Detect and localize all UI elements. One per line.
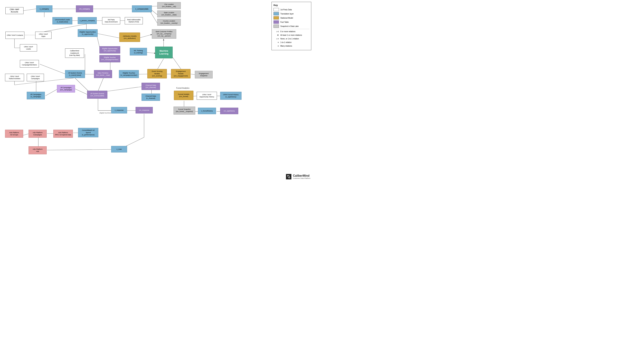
svg-line-34 [172, 56, 181, 70]
key-title: Key [274, 4, 309, 6]
key-swatch-purple [274, 20, 279, 24]
channel-data-v-node: Channel Data(v_channel) [142, 94, 160, 101]
eligible-opps-v-node: Eligible Opportunities(v_opportunity) [78, 29, 98, 37]
v-person-company-node: v_person_company [78, 17, 97, 24]
unconverted-leads-node: Unconverted Leads(v_lead) [view] [52, 17, 72, 24]
crm-map-campaigns-node: CRM / MAPCampaigns [27, 74, 44, 81]
key-label-1st-party: 1st Party Data [280, 9, 292, 11]
key-row-many: < Many relations [274, 45, 309, 47]
v-companystats-node: v_companystats [132, 5, 152, 12]
svg-line-23 [40, 64, 66, 74]
key-label-zero-more: 0 or more relations [280, 31, 295, 33]
key-swatch-gray [274, 25, 279, 28]
logo-name: CaliberMind [293, 174, 310, 177]
channel-data-cm-node: Channel Data(cm_channel) [142, 83, 160, 90]
key-label-translation: Translation layer [280, 13, 294, 15]
third-party-enrichment-node: 3rd PartyData Enrichment [102, 17, 120, 24]
key-swatch-white [274, 8, 279, 11]
zero-more-icon: ○< [274, 30, 279, 33]
eligible-touches-v-node: Eligible Touches(v_campaignmember) [119, 70, 139, 78]
mqa-timeline-node: MQA Timeline(cm_event__mqa) [94, 70, 112, 78]
event-scoring-models-node: Event ScoringModels(cm_scoring) [147, 69, 167, 78]
key-swatch-blue [274, 12, 279, 15]
attribution-models-node: Attribution Models(cm_attribution) [119, 33, 140, 42]
v-company-node: v_company [36, 5, 52, 12]
key-row-snapshot: Snapshot in Data Lake [274, 25, 309, 28]
engagement-models-node: EngagementModels(cm_engagement) [171, 69, 191, 78]
ads-platform-ads-node: Ads PlatformAds [29, 146, 47, 154]
all-campaigns-v-node: All Campaigns(v_campaign) [27, 92, 45, 99]
eligible-opps-cm-node: Eligible Opportunities(cm_opportunity) [99, 46, 120, 53]
ideal-customer-profiles-node: Ideal Customer Profiles(cm_icp__company)… [152, 29, 176, 39]
crm-map-contacts-node: CRM / MAP Contacts [5, 32, 24, 39]
funnel-analytics-label: Funnel Analytics [176, 87, 190, 89]
ads-platform-ppc-node: Ads PlatformPPC/ Ad Spend Data [53, 130, 73, 138]
diagram-canvas: (digital touches) CRM / MAP Accounts v_c… [0, 0, 313, 182]
v-funnelhistory-node: v_funnelhistory [198, 108, 216, 114]
svg-line-22 [146, 52, 156, 53]
svg-line-29 [75, 78, 89, 91]
ads-platform-campaigns-node: Ads PlatformCampaigns [29, 130, 47, 138]
key-legend: Key 1st Party Data Translation layer Sta… [272, 2, 311, 50]
crm-map-tasks-node: CRM / MAPTasks/Activities [5, 74, 24, 81]
all-campaigns-cm-node: All Campaigns(cm_campaign) [57, 85, 75, 93]
svg-line-35 [45, 89, 58, 96]
svg-line-30 [138, 74, 148, 74]
key-row-1st-party: 1st Party Data [274, 8, 309, 11]
svg-line-5 [150, 11, 157, 23]
key-row-fact-table: Fact Table [274, 20, 309, 24]
v-response-node: v_response [111, 107, 127, 113]
funnel-snapshot-node: Funnel Snapshot(dm_funnel__snapshot) [174, 107, 195, 114]
logo-area: CaliberMind Customer Data Platform [286, 174, 310, 179]
cm-company-node: cm_company [76, 5, 93, 12]
svg-line-14 [139, 35, 152, 38]
at-least-one-icon: ✕ [274, 34, 279, 36]
logo-icon [286, 174, 291, 179]
city-location-node: City Location(cm_location__city) [157, 2, 181, 9]
crm-map-opps-node: CRM / MAPOpps [35, 32, 51, 39]
svg-line-28 [98, 78, 103, 91]
key-label-fact-table: Fact Table [280, 21, 289, 23]
key-row-none-or-one: ○+ None, or 1-to-1 relation [274, 37, 309, 40]
logo-subtitle: Customer Data Platform [293, 177, 310, 179]
cm-response-node: cm_response [136, 107, 153, 113]
svg-line-36 [75, 89, 89, 95]
many-relations-icon: < [274, 45, 279, 47]
key-divider [274, 29, 309, 29]
all-system-events-view-node: All System Events(v_event) [view] [65, 70, 85, 78]
key-row-translation: Translation layer [274, 12, 309, 15]
crm-map-campaign-members-node: CRM / MAPCampaignMembers [20, 60, 39, 68]
key-label-none-or-one: None, or 1-to-1 relation [280, 38, 299, 40]
machine-learning-node: MachineLearning [155, 47, 173, 58]
logo-text: CaliberMind Customer Data Platform [293, 174, 310, 179]
crm-map-leads-node: CRM / MAPLeads [20, 44, 37, 51]
key-label-many: Many relations [280, 45, 292, 47]
eligible-touches-cm-node: Eligible Touches(cm_campaignmember) [99, 55, 120, 62]
key-row-one-to-one: + 1-to-1 relation [274, 41, 309, 44]
ml-training-node: ML Training(v_training) [130, 48, 147, 55]
svg-line-33 [157, 59, 164, 70]
svg-line-37 [108, 86, 143, 91]
svg-line-13 [97, 34, 119, 38]
key-label-one-to-one: 1-to-1 relation [280, 41, 292, 43]
key-label-snapshot: Snapshot in Data Lake [280, 25, 299, 27]
funnel-models-node: Funnel Models(cm_funnel) [174, 91, 194, 100]
key-row-zero-more: ○< 0 or more relations [274, 30, 309, 33]
country-location-node: Country Location(cm_location__country) [157, 19, 181, 26]
ads-platform-ad-groups-node: Ads PlatformAd Groups [5, 130, 23, 138]
crm-funnel-history-node: CRM Funnel History(v_opphistory) [220, 92, 241, 100]
svg-line-52 [47, 149, 112, 150]
svg-line-0 [24, 9, 36, 11]
svg-text:(digital touches): (digital touches) [99, 112, 111, 114]
total-addressable-market-node: Total AddressableMarket (TAM) [125, 17, 143, 24]
cm-opphistory-node: cm_opphistory [220, 108, 238, 114]
all-system-events-table-node: All System Events(cm_event) [table] [87, 91, 107, 99]
none-or-one-icon: ○+ [274, 37, 279, 40]
state-location-node: State Location(cm_location__state) [157, 10, 181, 17]
key-label-statistical: Statisical Model [280, 17, 293, 19]
key-row-at-least-one: ✕ At least 1 or more relations [274, 34, 309, 36]
v-roas-node: v_roas [111, 146, 127, 152]
calibermind-analyticsjs-node: CaliberMindAnalyticsJS(raw log data) [65, 48, 84, 58]
key-label-at-least-one: At least 1 or more relations [280, 34, 302, 36]
connections-layer: (digital touches) [0, 0, 313, 182]
